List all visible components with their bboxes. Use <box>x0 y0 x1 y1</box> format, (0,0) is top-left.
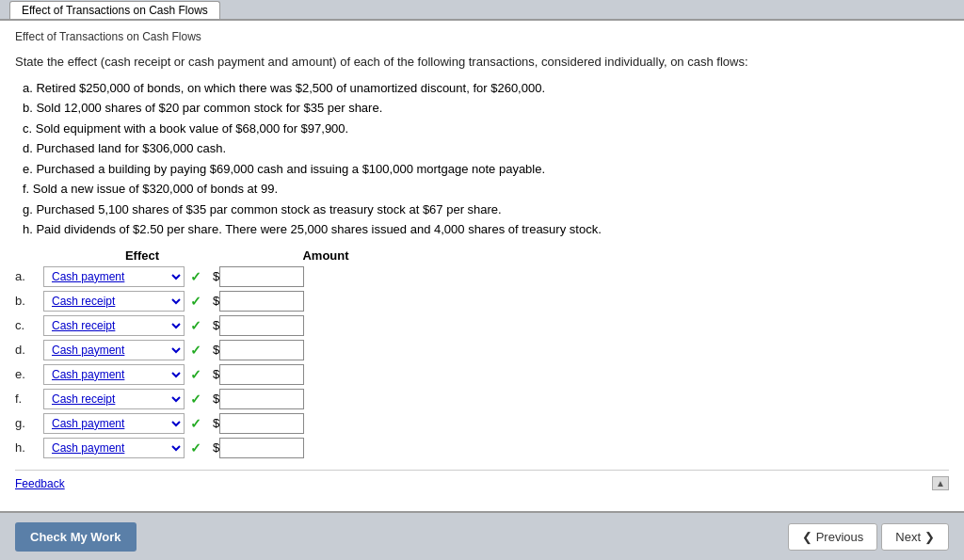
check-icon-d: ✓ <box>190 343 201 358</box>
chevron-right-icon <box>924 530 935 544</box>
row-label-g: g. <box>15 416 43 430</box>
page-title: Effect of Transactions on Cash Flows <box>15 30 949 43</box>
main-content: Effect of Transactions on Cash Flows Sta… <box>0 21 964 511</box>
amount-input-h[interactable] <box>219 438 304 458</box>
previous-button[interactable]: Previous <box>788 523 878 551</box>
effect-select-g[interactable]: Cash receiptCash payment <box>43 413 185 434</box>
effect-select-e[interactable]: Cash receiptCash payment <box>43 364 185 385</box>
amount-input-g[interactable] <box>219 413 304 434</box>
amount-input-e[interactable] <box>219 364 304 385</box>
effect-select-b[interactable]: Cash receiptCash payment <box>43 291 185 312</box>
table-row: e.Cash receiptCash payment ✓$ <box>15 364 949 385</box>
feedback-scroll-btn[interactable]: ▲ <box>932 476 949 490</box>
dollar-sign-g: $ <box>213 416 219 430</box>
transaction-c: c. Sold equipment with a book value of $… <box>23 120 949 138</box>
transaction-e: e. Purchased a building by paying $69,00… <box>23 160 949 179</box>
chevron-left-icon <box>802 530 812 544</box>
check-icon-f: ✓ <box>190 392 201 407</box>
check-icon-h: ✓ <box>190 440 201 456</box>
feedback-link[interactable]: Feedback <box>15 477 65 490</box>
dollar-sign-b: $ <box>213 294 219 308</box>
transaction-a: a. Retired $250,000 of bonds, on which t… <box>23 79 949 98</box>
amount-input-b[interactable] <box>219 291 304 312</box>
row-label-c: c. <box>15 318 43 332</box>
next-label: Next <box>895 530 921 544</box>
row-label-h: h. <box>15 440 43 455</box>
dollar-sign-e: $ <box>213 367 219 381</box>
dollar-sign-c: $ <box>213 318 219 332</box>
row-label-f: f. <box>15 392 43 406</box>
dollar-sign-f: $ <box>213 392 219 406</box>
amount-input-a[interactable] <box>219 266 304 287</box>
previous-label: Previous <box>816 530 864 544</box>
table-row: b.Cash receiptCash payment ✓$ <box>15 291 949 312</box>
check-icon-a: ✓ <box>190 269 201 284</box>
effect-select-c[interactable]: Cash receiptCash payment <box>43 315 185 336</box>
effect-select-a[interactable]: Cash receiptCash payment <box>43 266 185 287</box>
main-tab[interactable]: Effect of Transactions on Cash Flows <box>9 1 220 19</box>
table-row: h.Cash receiptCash payment ✓$ <box>15 438 949 458</box>
amount-input-f[interactable] <box>219 389 304 409</box>
dollar-sign-d: $ <box>213 343 219 357</box>
check-icon-c: ✓ <box>190 318 201 333</box>
footer: Check My Work Previous Next <box>0 511 964 560</box>
dollar-sign-h: $ <box>213 440 219 455</box>
amount-column-header: Amount <box>269 248 382 263</box>
table-row: g.Cash receiptCash payment ✓$ <box>15 413 949 434</box>
table-row: d.Cash receiptCash payment ✓$ <box>15 340 949 360</box>
transaction-d: d. Purchased land for $306,000 cash. <box>23 139 949 158</box>
table-row: a.Cash receiptCash payment ✓$ <box>15 266 949 287</box>
transaction-f: f. Sold a new issue of $320,000 of bonds… <box>23 180 949 199</box>
answer-table: Effect Amount a.Cash receiptCash payment… <box>15 248 949 458</box>
check-icon-b: ✓ <box>190 294 201 309</box>
row-label-d: d. <box>15 343 43 357</box>
nav-buttons: Previous Next <box>788 523 949 551</box>
amount-input-d[interactable] <box>219 340 304 360</box>
transactions-list: a. Retired $250,000 of bonds, on which t… <box>23 79 949 239</box>
tab-label: Effect of Transactions on Cash Flows <box>22 4 208 17</box>
amount-input-c[interactable] <box>219 315 304 336</box>
table-row: c.Cash receiptCash payment ✓$ <box>15 315 949 336</box>
check-icon-g: ✓ <box>190 416 201 431</box>
effect-select-d[interactable]: Cash receiptCash payment <box>43 340 185 360</box>
table-rows-container: a.Cash receiptCash payment ✓$b.Cash rece… <box>15 266 949 458</box>
row-label-b: b. <box>15 294 43 308</box>
effect-select-h[interactable]: Cash receiptCash payment <box>43 438 185 458</box>
next-button[interactable]: Next <box>881 523 949 551</box>
table-row: f.Cash receiptCash payment ✓$ <box>15 389 949 409</box>
check-work-button[interactable]: Check My Work <box>15 522 137 552</box>
effect-select-f[interactable]: Cash receiptCash payment <box>43 389 185 409</box>
feedback-section: ▲ Feedback <box>15 470 949 490</box>
transaction-g: g. Purchased 5,100 shares of $35 par com… <box>23 200 949 219</box>
table-headers: Effect Amount <box>15 248 949 263</box>
effect-column-header: Effect <box>43 248 241 263</box>
transaction-b: b. Sold 12,000 shares of $20 par common … <box>23 99 949 118</box>
row-label-a: a. <box>15 269 43 283</box>
transaction-h: h. Paid dividends of $2.50 per share. Th… <box>23 220 949 239</box>
instructions-intro: State the effect (cash receipt or cash p… <box>15 53 949 72</box>
dollar-sign-a: $ <box>213 269 219 283</box>
row-label-e: e. <box>15 367 43 381</box>
check-icon-e: ✓ <box>190 367 201 382</box>
